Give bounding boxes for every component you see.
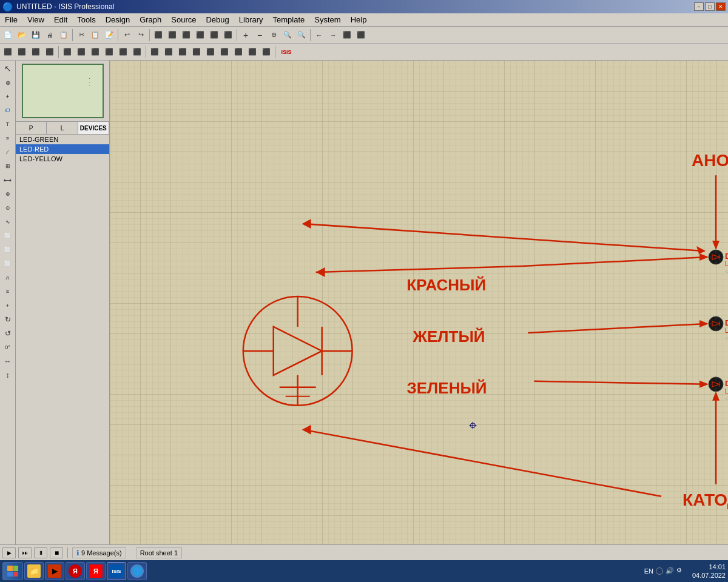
tb-block6[interactable]: ⬛ bbox=[221, 28, 235, 42]
status-pause[interactable]: ⏸ bbox=[34, 547, 47, 558]
tb2-6[interactable]: ⬛ bbox=[75, 45, 88, 59]
tb-zoom-fit[interactable]: ⊕ bbox=[267, 28, 280, 42]
tb2-7[interactable]: ⬛ bbox=[89, 45, 102, 59]
tool-wire[interactable]: ∕ bbox=[1, 146, 15, 159]
tb2-isis[interactable]: ISIS bbox=[277, 45, 295, 59]
tb-paste[interactable]: 📝 bbox=[103, 28, 116, 42]
tb2-14[interactable]: ⬛ bbox=[190, 45, 203, 59]
menu-source[interactable]: Source bbox=[166, 14, 201, 25]
tb-block1[interactable]: ⬛ bbox=[152, 28, 165, 42]
tb-misc1[interactable]: ⬛ bbox=[340, 28, 354, 42]
menu-design[interactable]: Design bbox=[101, 14, 135, 25]
tb-zoom-area[interactable]: 🔍 bbox=[281, 28, 294, 42]
tool-12[interactable]: + bbox=[1, 299, 15, 312]
tb-block5[interactable]: ⬛ bbox=[207, 28, 221, 42]
tool-rotate-ccw[interactable]: ↺ bbox=[1, 327, 15, 340]
tb2-12[interactable]: ⬛ bbox=[162, 45, 175, 59]
status-play[interactable]: ▶ bbox=[2, 547, 16, 558]
tool-rotate-cw[interactable]: ↻ bbox=[1, 313, 15, 326]
tb2-17[interactable]: ⬛ bbox=[232, 45, 245, 59]
tool-bus[interactable]: ≡ bbox=[1, 132, 15, 145]
tb-block2[interactable]: ⬛ bbox=[166, 28, 179, 42]
menu-edit[interactable]: Edit bbox=[49, 14, 72, 25]
tb2-10[interactable]: ⬛ bbox=[130, 45, 144, 59]
menu-library[interactable]: Library bbox=[234, 14, 268, 25]
tb2-4[interactable]: ⬛ bbox=[43, 45, 56, 59]
start-button[interactable] bbox=[2, 562, 23, 580]
menu-graph[interactable]: Graph bbox=[135, 14, 166, 25]
tool-7[interactable]: ⬜ bbox=[1, 229, 15, 242]
tb2-5[interactable]: ⬛ bbox=[61, 45, 74, 59]
device-led-yellow[interactable]: LED-YELLOW bbox=[16, 154, 109, 164]
tool-6[interactable]: ∿ bbox=[1, 215, 15, 229]
menu-system[interactable]: System bbox=[309, 14, 345, 25]
tool-3[interactable]: ⟷ bbox=[1, 173, 15, 187]
tb-undo[interactable]: ↩ bbox=[120, 28, 133, 42]
tb2-19[interactable]: ⬛ bbox=[260, 45, 273, 59]
tb-copy[interactable]: 📋 bbox=[89, 28, 102, 42]
tb-open[interactable]: 📂 bbox=[15, 28, 29, 42]
tb-new[interactable]: 📄 bbox=[1, 28, 15, 42]
tool-select[interactable]: ↖ bbox=[1, 62, 15, 75]
menu-file[interactable]: File bbox=[0, 14, 22, 25]
tb-arrow[interactable]: ← bbox=[312, 28, 326, 42]
menu-help[interactable]: Help bbox=[346, 14, 372, 25]
tb2-16[interactable]: ⬛ bbox=[218, 45, 231, 59]
tb2-11[interactable]: ⬛ bbox=[148, 45, 161, 59]
tb-redo[interactable]: ↪ bbox=[134, 28, 147, 42]
tb-print2[interactable]: 📋 bbox=[57, 28, 70, 42]
menu-tools[interactable]: Tools bbox=[72, 14, 100, 25]
menu-view[interactable]: View bbox=[22, 14, 49, 25]
tb2-9[interactable]: ⬛ bbox=[116, 45, 130, 59]
tb-cut[interactable]: ✂ bbox=[75, 28, 88, 42]
minimize-button[interactable]: − bbox=[694, 2, 704, 11]
tb2-13[interactable]: ⬛ bbox=[176, 45, 189, 59]
taskbar-yandex-browser[interactable]: Я bbox=[66, 562, 85, 580]
device-led-green[interactable]: LED-GREEN bbox=[16, 135, 109, 144]
tool-flip-h[interactable]: ↔ bbox=[1, 355, 15, 368]
tb-misc2[interactable]: ⬛ bbox=[354, 28, 368, 42]
taskbar-isis[interactable]: ISIS bbox=[107, 562, 126, 580]
tool-8[interactable]: ⬜ bbox=[1, 243, 15, 256]
tool-flip-v[interactable]: ↕ bbox=[1, 369, 15, 382]
tb-block3[interactable]: ⬛ bbox=[180, 28, 193, 42]
tb-zoom-in[interactable]: + bbox=[239, 28, 252, 42]
tb-forward[interactable]: → bbox=[326, 28, 340, 42]
status-step[interactable]: ⏭ bbox=[18, 547, 32, 558]
taskbar-app6[interactable]: 🌐 bbox=[127, 562, 147, 580]
tb-print[interactable]: 🖨 bbox=[43, 28, 56, 42]
tool-11[interactable]: ≡ bbox=[1, 285, 15, 298]
tab-p[interactable]: P bbox=[16, 122, 47, 134]
tool-2[interactable]: ⊞ bbox=[1, 159, 15, 173]
tab-devices[interactable]: DEVICES bbox=[78, 122, 109, 134]
canvas-area[interactable]: D3 LED-RED <TEXT> D1 LED-GREEN <TEXT> bbox=[110, 61, 728, 544]
taskbar-explorer[interactable]: 📁 bbox=[24, 562, 44, 580]
taskbar-yandex[interactable]: Я bbox=[86, 562, 106, 580]
tool-text[interactable]: T bbox=[1, 118, 15, 131]
tool-10[interactable]: A bbox=[1, 271, 15, 284]
tb2-8[interactable]: ⬛ bbox=[103, 45, 116, 59]
tool-angle[interactable]: 0° bbox=[1, 341, 15, 354]
tool-4[interactable]: ⊗ bbox=[1, 187, 15, 201]
tool-5[interactable]: ⊙ bbox=[1, 201, 15, 215]
tb2-1[interactable]: ⬛ bbox=[1, 45, 15, 59]
tb-block4[interactable]: ⬛ bbox=[194, 28, 207, 42]
menu-template[interactable]: Template bbox=[268, 14, 310, 25]
status-stop[interactable]: ⏹ bbox=[50, 547, 63, 558]
tool-label[interactable]: 🏷 bbox=[1, 104, 15, 117]
close-button[interactable]: ✕ bbox=[716, 2, 726, 11]
tb2-18[interactable]: ⬛ bbox=[246, 45, 259, 59]
tb-save[interactable]: 💾 bbox=[29, 28, 42, 42]
tb-zoom-out[interactable]: − bbox=[253, 28, 266, 42]
tb2-2[interactable]: ⬛ bbox=[15, 45, 29, 59]
taskbar-media[interactable]: ▶ bbox=[45, 562, 64, 580]
tool-9[interactable]: ⬜ bbox=[1, 257, 15, 270]
tool-junction[interactable]: + bbox=[1, 90, 15, 103]
tb2-3[interactable]: ⬛ bbox=[29, 45, 42, 59]
window-controls[interactable]: − □ ✕ bbox=[694, 2, 726, 11]
tab-l[interactable]: L bbox=[47, 122, 78, 134]
menu-debug[interactable]: Debug bbox=[201, 14, 234, 25]
tb2-15[interactable]: ⬛ bbox=[204, 45, 217, 59]
maximize-button[interactable]: □ bbox=[705, 2, 715, 11]
tb-zoom-all[interactable]: 🔍 bbox=[295, 28, 308, 42]
